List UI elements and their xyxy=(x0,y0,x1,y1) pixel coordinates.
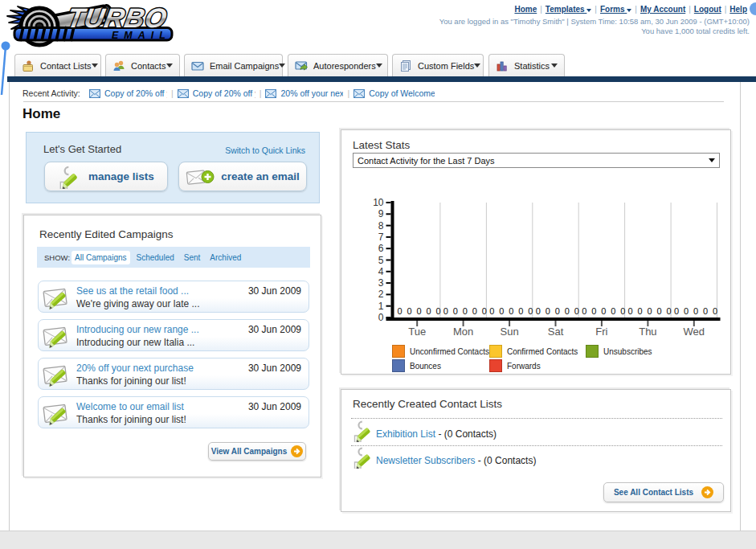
svg-text:0: 0 xyxy=(657,306,662,316)
svg-text:0: 0 xyxy=(555,306,560,316)
svg-text:0: 0 xyxy=(628,306,633,316)
svg-text:0: 0 xyxy=(378,312,384,323)
svg-text:Mon: Mon xyxy=(453,326,473,338)
svg-text:Tue: Tue xyxy=(408,326,426,338)
svg-text:2: 2 xyxy=(378,289,384,300)
svg-text:7: 7 xyxy=(378,231,384,243)
svg-text:0: 0 xyxy=(648,306,652,316)
svg-text:TURBO: TURBO xyxy=(65,2,170,33)
svg-text:0: 0 xyxy=(426,306,431,316)
svg-text:0: 0 xyxy=(509,306,513,316)
svg-text:4: 4 xyxy=(378,266,384,277)
svg-text:0: 0 xyxy=(416,306,421,316)
svg-text:0: 0 xyxy=(546,306,550,316)
svg-text:9: 9 xyxy=(378,208,384,219)
svg-text:0: 0 xyxy=(407,306,411,316)
svg-text:0: 0 xyxy=(620,306,625,316)
svg-text:0: 0 xyxy=(638,306,643,316)
svg-text:0: 0 xyxy=(435,306,440,316)
svg-text:0: 0 xyxy=(713,306,717,316)
svg-text:0: 0 xyxy=(674,306,679,316)
svg-text:0: 0 xyxy=(443,306,448,316)
svg-text:0: 0 xyxy=(565,306,570,316)
svg-text:0: 0 xyxy=(463,306,468,316)
svg-text:5: 5 xyxy=(378,255,384,266)
svg-text:3: 3 xyxy=(378,277,384,289)
svg-text:0: 0 xyxy=(536,306,541,316)
svg-text:Sat: Sat xyxy=(548,326,564,338)
svg-text:8: 8 xyxy=(378,220,384,231)
svg-text:0: 0 xyxy=(667,306,672,316)
svg-text:0: 0 xyxy=(499,306,504,316)
svg-text:0: 0 xyxy=(611,306,615,316)
svg-text:0: 0 xyxy=(482,306,487,316)
svg-text:0: 0 xyxy=(528,306,533,316)
svg-text:0: 0 xyxy=(453,306,458,316)
svg-text:Fri: Fri xyxy=(595,326,607,338)
svg-text:6: 6 xyxy=(378,243,384,254)
svg-text:0: 0 xyxy=(518,306,523,316)
svg-text:10: 10 xyxy=(373,197,384,208)
svg-text:0: 0 xyxy=(601,306,606,316)
svg-text:0: 0 xyxy=(397,306,402,316)
svg-text:0: 0 xyxy=(582,306,586,316)
svg-text:0: 0 xyxy=(693,306,698,316)
svg-text:0: 0 xyxy=(574,306,579,316)
svg-text:0: 0 xyxy=(591,306,596,316)
svg-text:0: 0 xyxy=(472,306,477,316)
svg-text:1: 1 xyxy=(378,301,384,312)
svg-text:0: 0 xyxy=(703,306,708,316)
svg-text:Sun: Sun xyxy=(501,326,519,338)
svg-text:Wed: Wed xyxy=(684,326,705,338)
svg-text:Thu: Thu xyxy=(639,326,656,338)
svg-text:0: 0 xyxy=(684,306,689,316)
svg-text:0: 0 xyxy=(489,306,494,316)
